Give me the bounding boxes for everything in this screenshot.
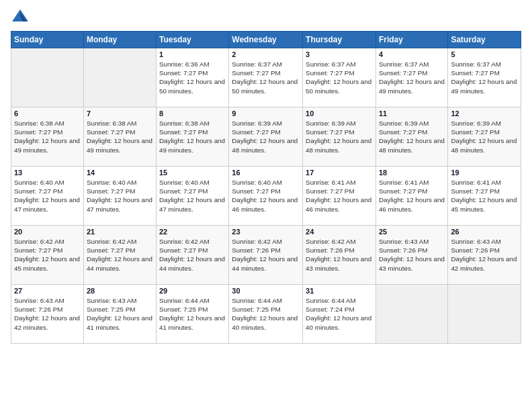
calendar-week-row: 20Sunrise: 6:42 AM Sunset: 7:27 PM Dayli… [11,226,521,285]
calendar-day-cell: 4Sunrise: 6:37 AM Sunset: 7:27 PM Daylig… [375,48,447,107]
calendar-day-cell: 24Sunrise: 6:42 AM Sunset: 7:26 PM Dayli… [303,226,376,285]
day-info: Sunrise: 6:40 AM Sunset: 7:27 PM Dayligh… [232,178,300,214]
calendar-day-cell: 15Sunrise: 6:40 AM Sunset: 7:27 PM Dayli… [156,167,228,226]
calendar-day-cell: 25Sunrise: 6:43 AM Sunset: 7:26 PM Dayli… [375,226,447,285]
calendar-week-row: 6Sunrise: 6:38 AM Sunset: 7:27 PM Daylig… [11,107,521,167]
calendar-day-cell: 8Sunrise: 6:38 AM Sunset: 7:27 PM Daylig… [156,107,228,167]
calendar-day-header: Tuesday [156,32,228,48]
day-info: Sunrise: 6:39 AM Sunset: 7:27 PM Dayligh… [379,119,445,154]
day-info: Sunrise: 6:37 AM Sunset: 7:27 PM Dayligh… [451,60,518,95]
calendar-day-cell: 2Sunrise: 6:37 AM Sunset: 7:27 PM Daylig… [229,48,303,107]
day-number: 25 [379,228,445,236]
calendar-day-header: Thursday [303,32,376,48]
day-info: Sunrise: 6:37 AM Sunset: 7:27 PM Dayligh… [232,60,300,95]
day-info: Sunrise: 6:37 AM Sunset: 7:27 PM Dayligh… [306,60,373,95]
calendar-week-row: 13Sunrise: 6:40 AM Sunset: 7:27 PM Dayli… [11,167,521,226]
calendar-day-cell: 16Sunrise: 6:40 AM Sunset: 7:27 PM Dayli… [229,167,303,226]
day-number: 26 [451,228,518,236]
day-info: Sunrise: 6:40 AM Sunset: 7:27 PM Dayligh… [14,178,81,214]
day-number: 5 [451,50,518,58]
day-number: 23 [232,228,300,236]
page-header [11,8,521,27]
day-info: Sunrise: 6:39 AM Sunset: 7:27 PM Dayligh… [306,119,373,154]
day-number: 17 [306,169,373,177]
calendar-day-cell: 23Sunrise: 6:42 AM Sunset: 7:26 PM Dayli… [229,226,303,285]
day-number: 12 [451,109,518,118]
calendar-day-cell [448,285,521,344]
calendar-day-cell: 26Sunrise: 6:43 AM Sunset: 7:26 PM Dayli… [448,226,521,285]
day-info: Sunrise: 6:39 AM Sunset: 7:27 PM Dayligh… [232,119,300,154]
day-info: Sunrise: 6:43 AM Sunset: 7:26 PM Dayligh… [379,237,445,273]
day-number: 4 [379,50,445,58]
calendar-day-cell: 7Sunrise: 6:38 AM Sunset: 7:27 PM Daylig… [83,107,156,167]
day-number: 20 [14,228,81,236]
calendar-day-header: Friday [375,32,447,48]
day-number: 31 [306,287,373,295]
day-info: Sunrise: 6:40 AM Sunset: 7:27 PM Dayligh… [159,178,226,214]
calendar-day-cell: 12Sunrise: 6:39 AM Sunset: 7:27 PM Dayli… [448,107,521,167]
day-number: 19 [451,169,518,177]
day-number: 30 [232,287,300,295]
calendar-day-cell: 30Sunrise: 6:44 AM Sunset: 7:25 PM Dayli… [229,285,303,344]
day-number: 10 [306,109,373,118]
day-number: 13 [14,169,81,177]
day-info: Sunrise: 6:36 AM Sunset: 7:27 PM Dayligh… [159,60,226,95]
page-container: SundayMondayTuesdayWednesdayThursdayFrid… [0,0,532,349]
day-number: 3 [306,50,373,58]
day-number: 8 [159,109,226,118]
day-info: Sunrise: 6:38 AM Sunset: 7:27 PM Dayligh… [159,119,226,154]
day-number: 7 [87,109,153,118]
calendar-day-cell: 18Sunrise: 6:41 AM Sunset: 7:27 PM Dayli… [375,167,447,226]
calendar-day-cell: 20Sunrise: 6:42 AM Sunset: 7:27 PM Dayli… [11,226,84,285]
day-info: Sunrise: 6:38 AM Sunset: 7:27 PM Dayligh… [87,119,153,154]
day-info: Sunrise: 6:43 AM Sunset: 7:25 PM Dayligh… [87,296,153,332]
calendar-day-cell: 27Sunrise: 6:43 AM Sunset: 7:26 PM Dayli… [11,285,84,344]
day-number: 11 [379,109,445,118]
day-info: Sunrise: 6:42 AM Sunset: 7:27 PM Dayligh… [159,237,226,273]
calendar-week-row: 27Sunrise: 6:43 AM Sunset: 7:26 PM Dayli… [11,285,521,344]
day-info: Sunrise: 6:40 AM Sunset: 7:27 PM Dayligh… [87,178,153,214]
day-number: 21 [87,228,153,236]
day-number: 28 [87,287,153,295]
calendar-day-header: Saturday [448,32,521,48]
day-number: 24 [306,228,373,236]
calendar-table: SundayMondayTuesdayWednesdayThursdayFrid… [11,31,521,344]
day-info: Sunrise: 6:41 AM Sunset: 7:27 PM Dayligh… [451,178,518,214]
day-number: 9 [232,109,300,118]
calendar-day-cell: 10Sunrise: 6:39 AM Sunset: 7:27 PM Dayli… [303,107,376,167]
day-info: Sunrise: 6:41 AM Sunset: 7:27 PM Dayligh… [379,178,445,214]
calendar-header-row: SundayMondayTuesdayWednesdayThursdayFrid… [11,32,521,48]
day-number: 29 [159,287,226,295]
calendar-day-cell: 1Sunrise: 6:36 AM Sunset: 7:27 PM Daylig… [156,48,228,107]
calendar-day-cell: 28Sunrise: 6:43 AM Sunset: 7:25 PM Dayli… [83,285,156,344]
day-number: 2 [232,50,300,58]
calendar-day-cell: 3Sunrise: 6:37 AM Sunset: 7:27 PM Daylig… [303,48,376,107]
day-info: Sunrise: 6:44 AM Sunset: 7:25 PM Dayligh… [232,296,300,332]
calendar-day-cell: 5Sunrise: 6:37 AM Sunset: 7:27 PM Daylig… [448,48,521,107]
calendar-day-header: Sunday [11,32,84,48]
day-info: Sunrise: 6:42 AM Sunset: 7:26 PM Dayligh… [306,237,373,273]
calendar-day-cell [83,48,156,107]
calendar-day-header: Monday [83,32,156,48]
day-info: Sunrise: 6:43 AM Sunset: 7:26 PM Dayligh… [451,237,518,273]
day-number: 14 [87,169,153,177]
calendar-day-cell: 29Sunrise: 6:44 AM Sunset: 7:25 PM Dayli… [156,285,228,344]
calendar-day-cell: 19Sunrise: 6:41 AM Sunset: 7:27 PM Dayli… [448,167,521,226]
day-number: 27 [14,287,81,295]
calendar-week-row: 1Sunrise: 6:36 AM Sunset: 7:27 PM Daylig… [11,48,521,107]
logo-icon [11,8,30,27]
calendar-day-cell: 9Sunrise: 6:39 AM Sunset: 7:27 PM Daylig… [229,107,303,167]
day-info: Sunrise: 6:42 AM Sunset: 7:26 PM Dayligh… [232,237,300,273]
calendar-day-cell: 31Sunrise: 6:44 AM Sunset: 7:24 PM Dayli… [303,285,376,344]
day-number: 22 [159,228,226,236]
day-info: Sunrise: 6:39 AM Sunset: 7:27 PM Dayligh… [451,119,518,154]
logo [11,8,31,27]
day-info: Sunrise: 6:42 AM Sunset: 7:27 PM Dayligh… [87,237,153,273]
day-number: 18 [379,169,445,177]
day-info: Sunrise: 6:38 AM Sunset: 7:27 PM Dayligh… [14,119,81,154]
calendar-day-cell: 22Sunrise: 6:42 AM Sunset: 7:27 PM Dayli… [156,226,228,285]
calendar-day-cell: 6Sunrise: 6:38 AM Sunset: 7:27 PM Daylig… [11,107,84,167]
day-number: 1 [159,50,226,58]
calendar-day-cell [375,285,447,344]
day-info: Sunrise: 6:37 AM Sunset: 7:27 PM Dayligh… [379,60,445,95]
